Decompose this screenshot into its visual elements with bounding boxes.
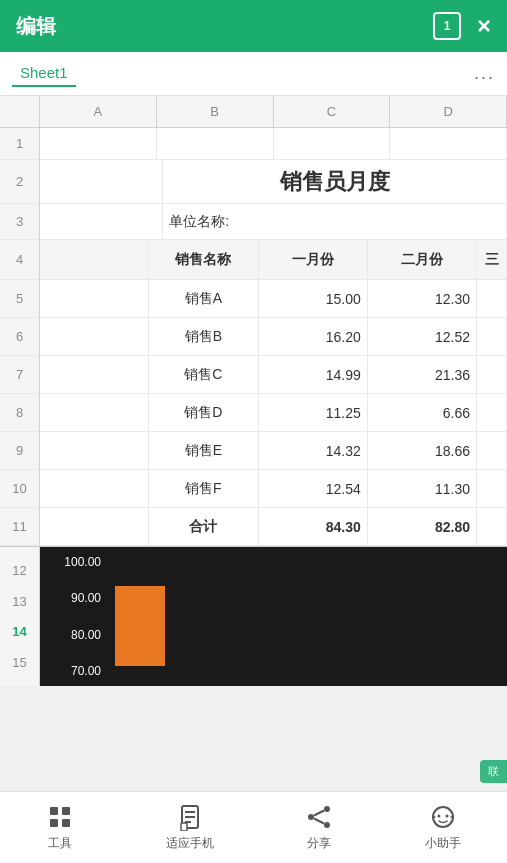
table-row: 11 合计 84.30 82.80 [0, 508, 507, 546]
cell-C11[interactable]: 84.30 [259, 508, 368, 545]
svg-rect-0 [50, 807, 58, 815]
table-row: 6 销售B 16.20 12.52 [0, 318, 507, 356]
nav-share-label: 分享 [307, 835, 331, 852]
cell-A1[interactable] [40, 128, 157, 159]
col-header-B[interactable]: B [157, 96, 274, 127]
cell-B1[interactable] [157, 128, 274, 159]
cell-E8[interactable] [477, 394, 507, 431]
cell-D6[interactable]: 12.52 [368, 318, 477, 355]
row-num-10: 10 [0, 470, 40, 507]
watermark: 联 [480, 760, 507, 783]
svg-point-15 [438, 815, 441, 818]
chart-y-axis: 100.00 90.00 80.00 70.00 [40, 547, 105, 686]
sheet1-tab[interactable]: Sheet1 [12, 60, 76, 87]
col-header-D[interactable]: D [390, 96, 507, 127]
cell-C7[interactable]: 14.99 [259, 356, 368, 393]
cell-B4[interactable]: 销售名称 [149, 240, 258, 279]
cell-A2[interactable] [40, 160, 163, 203]
chart-y-label-80: 80.00 [44, 628, 101, 642]
row-num-12: 12 [12, 563, 26, 578]
row-num-2: 2 [0, 160, 40, 203]
svg-line-12 [314, 811, 324, 816]
corner-cell [0, 96, 40, 127]
svg-line-13 [314, 819, 324, 824]
cell-C10[interactable]: 12.54 [259, 470, 368, 507]
cell-D5[interactable]: 12.30 [368, 280, 477, 317]
svg-rect-1 [62, 807, 70, 815]
cell-B6[interactable]: 销售B [149, 318, 258, 355]
cell-B10[interactable]: 销售F [149, 470, 258, 507]
table-row: 10 销售F 12.54 11.30 [0, 470, 507, 508]
cell-B8[interactable]: 销售D [149, 394, 258, 431]
cell-C6[interactable]: 16.20 [259, 318, 368, 355]
cell-E7[interactable] [477, 356, 507, 393]
cell-D7[interactable]: 21.36 [368, 356, 477, 393]
title-bar: 编辑 1 × [0, 0, 507, 52]
cell-E4[interactable]: 三 [477, 240, 507, 279]
row-num-14: 14 [12, 624, 26, 639]
row-num-4: 4 [0, 240, 40, 279]
cell-D8[interactable]: 6.66 [368, 394, 477, 431]
cell-E10[interactable] [477, 470, 507, 507]
nav-assistant[interactable]: 小助手 [425, 803, 461, 852]
cell-D1[interactable] [390, 128, 507, 159]
cell-D11[interactable]: 82.80 [368, 508, 477, 545]
row-num-15: 15 [12, 655, 26, 670]
col-header-C[interactable]: C [274, 96, 391, 127]
chart-area[interactable]: 12 13 14 15 100.00 90.00 80.00 70.00 [0, 546, 507, 686]
spreadsheet-area: A B C D 1 2 销售员月度 3 单位名称: 4 [0, 96, 507, 791]
cell-A11[interactable] [40, 508, 149, 545]
cell-B5[interactable]: 销售A [149, 280, 258, 317]
cell-E9[interactable] [477, 432, 507, 469]
cell-C4[interactable]: 一月份 [259, 240, 368, 279]
bottom-nav: 工具 适应手机 分享 [0, 791, 507, 863]
row-num-3: 3 [0, 204, 40, 239]
svg-point-9 [324, 806, 330, 812]
cell-D9[interactable]: 18.66 [368, 432, 477, 469]
cell-C9[interactable]: 14.32 [259, 432, 368, 469]
cell-C8[interactable]: 11.25 [259, 394, 368, 431]
cell-A7[interactable] [40, 356, 149, 393]
nav-tools[interactable]: 工具 [46, 803, 74, 852]
cell-title[interactable]: 销售员月度 [163, 160, 507, 203]
nav-assistant-label: 小助手 [425, 835, 461, 852]
cell-E6[interactable] [477, 318, 507, 355]
cell-A8[interactable] [40, 394, 149, 431]
cell-A6[interactable] [40, 318, 149, 355]
cell-unit[interactable]: 单位名称: [163, 204, 507, 239]
tab-bar: Sheet1 ... [0, 52, 507, 96]
cell-B11[interactable]: 合计 [149, 508, 258, 545]
cell-B7[interactable]: 销售C [149, 356, 258, 393]
more-tabs-button[interactable]: ... [474, 63, 495, 84]
cell-E5[interactable] [477, 280, 507, 317]
nav-fit[interactable]: 适应手机 [166, 803, 214, 852]
cell-E11[interactable] [477, 508, 507, 545]
cell-A9[interactable] [40, 432, 149, 469]
row-num-5: 5 [0, 280, 40, 317]
cell-C1[interactable] [274, 128, 391, 159]
row-num-11: 11 [0, 508, 40, 545]
svg-rect-8 [181, 823, 187, 831]
row-num-8: 8 [0, 394, 40, 431]
nav-share[interactable]: 分享 [305, 803, 333, 852]
cell-C5[interactable]: 15.00 [259, 280, 368, 317]
table-row: 7 销售C 14.99 21.36 [0, 356, 507, 394]
cell-D4[interactable]: 二月份 [368, 240, 477, 279]
close-icon[interactable]: × [477, 14, 491, 38]
cell-A4[interactable] [40, 240, 149, 279]
cell-A5[interactable] [40, 280, 149, 317]
cell-A3[interactable] [40, 204, 163, 239]
cell-B9[interactable]: 销售E [149, 432, 258, 469]
table-row: 2 销售员月度 [0, 160, 507, 204]
grid-icon [46, 803, 74, 831]
row-num-13: 13 [12, 594, 26, 609]
col-header-A[interactable]: A [40, 96, 157, 127]
cell-D10[interactable]: 11.30 [368, 470, 477, 507]
row-num-1: 1 [0, 128, 40, 159]
doc-icon [176, 803, 204, 831]
cell-A10[interactable] [40, 470, 149, 507]
svg-point-16 [446, 815, 449, 818]
window-number-box[interactable]: 1 [433, 12, 461, 40]
svg-rect-2 [50, 819, 58, 827]
table-row: 8 销售D 11.25 6.66 [0, 394, 507, 432]
